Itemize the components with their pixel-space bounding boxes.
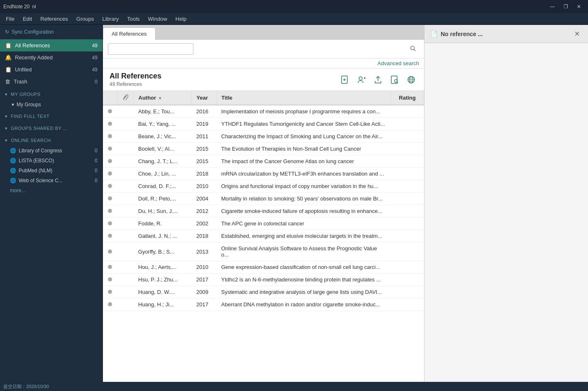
row-title[interactable]: Origins and functional impact of copy nu… bbox=[216, 180, 391, 193]
all-references-icon: 📋 bbox=[5, 42, 12, 49]
minimize-button[interactable]: — bbox=[547, 2, 558, 11]
close-button[interactable]: ✕ bbox=[573, 2, 585, 11]
table-row[interactable]: Conrad, D. F.;... 2010 Origins and funct… bbox=[103, 180, 424, 193]
sidebar-item-recently-added[interactable]: 🔔 Recently Added 49 bbox=[0, 51, 102, 64]
table-row[interactable]: Beane, J.; Vic... 2011 Characterizing th… bbox=[103, 130, 424, 143]
unfiled-count: 49 bbox=[92, 67, 98, 73]
row-rating bbox=[391, 105, 424, 118]
row-author: Beane, J.; Vic... bbox=[133, 130, 191, 143]
table-row[interactable]: Huang, D. W.... 2009 Systematic and inte… bbox=[103, 286, 424, 298]
sidebar-more-link[interactable]: more... bbox=[0, 186, 102, 196]
sidebar-item-my-groups[interactable]: ▾ My Groups bbox=[0, 100, 102, 110]
row-year: 2018 bbox=[191, 168, 216, 180]
trash-label: Trash bbox=[14, 78, 27, 85]
row-title[interactable]: Implementation of meiosis prophase I pro… bbox=[216, 105, 391, 118]
add-author-button[interactable] bbox=[355, 73, 368, 86]
menu-edit[interactable]: Edit bbox=[19, 14, 36, 24]
right-panel-header: 📄 No reference ... ✕ bbox=[425, 25, 588, 43]
export-button[interactable] bbox=[372, 73, 384, 86]
table-row[interactable]: Gyorffy, B.; S... 2013 Online Survival A… bbox=[103, 242, 424, 261]
menu-groups[interactable]: Groups bbox=[72, 14, 98, 24]
references-title: All References bbox=[110, 72, 339, 81]
right-panel-close-button[interactable]: ✕ bbox=[572, 29, 582, 39]
bottom-bar-text: 提交日期：2020/10/30 bbox=[3, 384, 49, 390]
row-title[interactable]: Cigarette smoke-induced failure of apopt… bbox=[216, 205, 391, 217]
row-title[interactable]: YTHDF1 Regulates Tumorigenicity and Canc… bbox=[216, 118, 391, 130]
row-year: 2015 bbox=[191, 143, 216, 155]
row-author: Gyorffy, B.; S... bbox=[133, 242, 191, 261]
svg-line-1 bbox=[414, 49, 416, 51]
row-title[interactable]: Mortality in relation to smoking: 50 yea… bbox=[216, 193, 391, 205]
menu-tools[interactable]: Tools bbox=[123, 14, 144, 24]
table-row[interactable]: Choe, J.; Lin, ... 2018 mRNA circulariza… bbox=[103, 168, 424, 180]
find-full-text-button[interactable] bbox=[388, 73, 401, 86]
col-rating[interactable]: Rating bbox=[391, 91, 424, 105]
col-title[interactable]: Title bbox=[216, 91, 391, 105]
row-title[interactable]: Aberrant DNA methylation in radon and/or… bbox=[216, 298, 391, 311]
table-row[interactable]: Fodde, R. 2002 The APC gene in colorecta… bbox=[103, 217, 424, 230]
row-attach bbox=[117, 155, 133, 168]
references-title-block: All References 49 References bbox=[110, 72, 339, 87]
row-attach bbox=[117, 298, 133, 311]
all-references-count: 49 bbox=[92, 43, 98, 49]
row-title[interactable]: The Evolution of Therapies in Non-Small … bbox=[216, 143, 391, 155]
sidebar-item-unfiled[interactable]: 📋 Unfiled 49 bbox=[0, 64, 102, 76]
row-attach bbox=[117, 143, 133, 155]
search-button[interactable] bbox=[410, 46, 416, 53]
sidebar-item-pubmed[interactable]: 🌐 PubMed (NLM) 0 bbox=[0, 166, 102, 176]
row-title[interactable]: Online Survival Analysis Software to Ass… bbox=[216, 242, 391, 261]
status-dot bbox=[108, 122, 112, 126]
search-input[interactable] bbox=[108, 43, 193, 55]
table-row[interactable]: Chang, J. T.; L... 2015 The impact of th… bbox=[103, 155, 424, 168]
row-status bbox=[103, 168, 117, 180]
table-row[interactable]: Gallant, J. N.; ... 2018 Established, em… bbox=[103, 230, 424, 242]
table-row[interactable]: Hsu, P. J.; Zhu... 2017 Ytdhc2 is an N-6… bbox=[103, 274, 424, 286]
row-rating bbox=[391, 205, 424, 217]
row-year: 2017 bbox=[191, 298, 216, 311]
recently-added-count: 49 bbox=[92, 55, 98, 61]
status-dot bbox=[108, 147, 112, 151]
col-author[interactable]: Author ▾ bbox=[133, 91, 191, 105]
table-row[interactable]: Boolell, V.; Al... 2015 The Evolution of… bbox=[103, 143, 424, 155]
row-title[interactable]: The APC gene in colorectal cancer bbox=[216, 217, 391, 230]
menu-file[interactable]: File bbox=[2, 14, 19, 24]
row-title[interactable]: Ytdhc2 is an N-6-methyladenosine binding… bbox=[216, 274, 391, 286]
advanced-search[interactable]: Advanced search bbox=[103, 59, 424, 68]
row-status bbox=[103, 230, 117, 242]
add-author-icon bbox=[357, 75, 366, 84]
right-panel-title: 📄 No reference ... bbox=[430, 31, 572, 37]
tab-all-references[interactable]: All References bbox=[103, 27, 156, 40]
restore-button[interactable]: ❐ bbox=[560, 2, 571, 11]
row-title[interactable]: mRNA circularization by METTL3-eIF3h enh… bbox=[216, 168, 391, 180]
col-year[interactable]: Year bbox=[191, 91, 216, 105]
row-title[interactable]: Characterizing the Impact of Smoking and… bbox=[216, 130, 391, 143]
menu-library[interactable]: Library bbox=[98, 14, 123, 24]
row-title[interactable]: Gene expression-based classification of … bbox=[216, 261, 391, 274]
new-reference-button[interactable] bbox=[339, 73, 351, 86]
table-row[interactable]: Du, H.; Sun, J.... 2012 Cigarette smoke-… bbox=[103, 205, 424, 217]
table-row[interactable]: Hou, J.; Aerts,... 2010 Gene expression-… bbox=[103, 261, 424, 274]
online-search-button[interactable] bbox=[405, 73, 417, 86]
table-row[interactable]: Abby, E.; Tou... 2016 Implementation of … bbox=[103, 105, 424, 118]
references-table-container[interactable]: Author ▾ Year Title Rating bbox=[103, 91, 424, 382]
col-status bbox=[103, 91, 117, 105]
row-title[interactable]: Systematic and integrative analysis of l… bbox=[216, 286, 391, 298]
references-header: All References 49 References bbox=[103, 68, 424, 91]
table-row[interactable]: Huang, H.; Ji... 2017 Aberrant DNA methy… bbox=[103, 298, 424, 311]
paperclip-icon bbox=[122, 94, 128, 100]
menu-window[interactable]: Window bbox=[144, 14, 171, 24]
sidebar-item-web-of-science[interactable]: 🌐 Web of Science C... 0 bbox=[0, 176, 102, 186]
sync-configuration[interactable]: ↻ Sync Configuration bbox=[0, 25, 102, 39]
sidebar-item-trash[interactable]: 🗑 Trash 0 bbox=[0, 76, 102, 88]
table-row[interactable]: Bai, Y.; Yang, ... 2019 YTHDF1 Regulates… bbox=[103, 118, 424, 130]
right-panel-body bbox=[425, 43, 588, 382]
sidebar-item-all-references[interactable]: 📋 All References 49 bbox=[0, 39, 102, 51]
sidebar-item-lista[interactable]: 🌐 LISTA (EBSCO) 0 bbox=[0, 156, 102, 166]
table-row[interactable]: Doll, R.; Peto,... 2004 Mortality in rel… bbox=[103, 193, 424, 205]
row-title[interactable]: The impact of the Cancer Genome Atlas on… bbox=[216, 155, 391, 168]
row-title[interactable]: Established, emerging and elusive molecu… bbox=[216, 230, 391, 242]
menu-references[interactable]: References bbox=[36, 14, 72, 24]
menu-help[interactable]: Help bbox=[171, 14, 191, 24]
row-author: Gallant, J. N.; ... bbox=[133, 230, 191, 242]
sidebar-item-library-of-congress[interactable]: 🌐 Library of Congress 0 bbox=[0, 146, 102, 156]
